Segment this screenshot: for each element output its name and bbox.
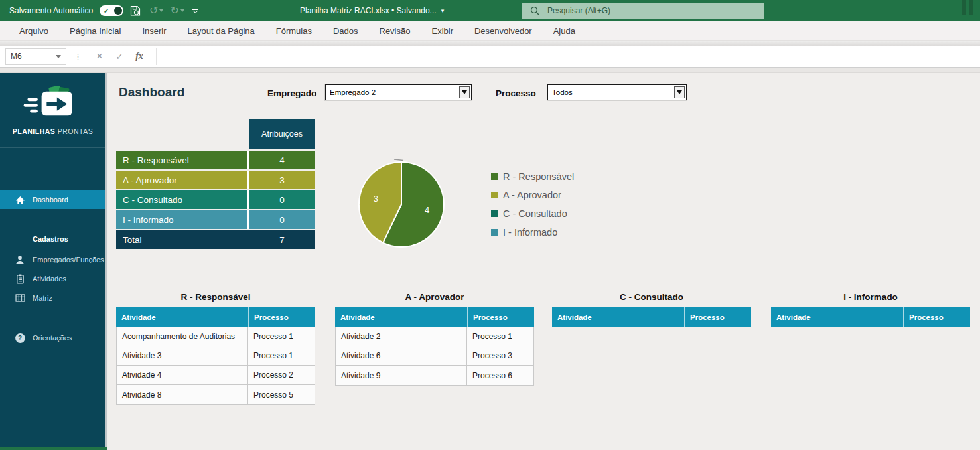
empregado-dropdown[interactable]: Empregado 2 [325,84,472,100]
legend-label: I - Informado [503,227,557,238]
empregado-label: Empregado [267,88,316,98]
tab-ajuda[interactable]: Ajuda [543,21,586,40]
table-row: Atividade 6Processo 3 [336,346,533,366]
legend-item: A - Aprovador [491,188,574,202]
tab-inserir[interactable]: Inserir [131,21,176,40]
legend-item: I - Informado [491,226,574,239]
summary-row-value: 3 [249,171,315,189]
customize-toolbar-button[interactable] [192,9,198,13]
dashboard-content: Dashboard Empregado Empregado 2 Processo… [108,73,980,450]
redo-button[interactable]: ↻ [170,3,184,19]
sidebar-item-label: Dashboard [33,196,68,204]
table-cell: Atividade 3 [117,346,248,365]
brand-name-bold: PLANILHAS [13,127,56,135]
processo-dropdown[interactable]: Todos [547,84,687,100]
question-icon: ? [15,333,25,343]
table-header-cell: Processo [249,313,315,321]
table-header-cell: Processo [468,313,534,321]
title-bar: Salvamento Automático ✓ ↺ ↻ [0,0,980,21]
table-cell: Processo 5 [248,390,314,400]
table-cell: Processo 1 [248,332,314,341]
summary-row-value: 4 [249,151,315,169]
tab-revisao[interactable]: Revisão [369,21,421,40]
search-box[interactable] [522,3,764,19]
table-grid-icon [15,294,25,302]
legend-swatch [491,210,498,217]
sidebar-item-orientacoes[interactable]: ? Orientações [0,329,105,347]
table-title-aprovador: A - Aprovador [335,292,534,302]
summary-total-value: 7 [249,230,315,249]
sidebar-item-label: Orientações [33,334,72,342]
processo-dropdown-value: Todos [552,88,674,96]
table-header-row: AtividadeProcesso [552,307,751,327]
name-box-caret-icon [56,55,61,58]
legend-label: R - Responsável [503,171,574,182]
dropdown-arrow-button[interactable] [459,86,470,98]
formula-input[interactable] [159,48,980,65]
search-icon [530,6,539,15]
summary-row-label: A - Aprovador [116,171,249,189]
tab-desenvolvedor[interactable]: Desenvolvedor [464,21,543,40]
table-informado: AtividadeProcesso [771,307,970,327]
cancel-entry-button[interactable]: × [90,50,109,62]
scrollbar[interactable] [962,0,966,15]
processo-label: Processo [496,88,536,98]
document-title-text: Planilha Matriz RACI.xlsx • Salvando... [300,6,437,15]
pie-data-label: 3 [374,194,378,204]
legend-swatch [491,192,498,198]
ribbon-collapsed-strip [0,41,980,46]
scrollbar[interactable] [969,0,973,15]
table-header-cell: Atividade [116,307,249,327]
dropdown-arrow-button[interactable] [674,86,685,98]
tab-layout-da-pagina[interactable]: Layout da Página [177,21,265,40]
sidebar-item-empregados-funcoes[interactable]: Empregados/Funções [0,250,105,269]
legend-item: R - Responsável [491,170,574,183]
tab-pagina-inicial[interactable]: Página Inicial [59,21,131,40]
summary-row-responsavel: R - Responsável 4 [116,151,315,169]
table-cell: Processo 1 [248,351,314,360]
table-header-cell: Atividade [771,307,904,327]
table-cell: Atividade 2 [336,327,467,346]
save-icon[interactable] [130,3,143,19]
undo-button[interactable]: ↺ [149,3,163,19]
tab-formulas[interactable]: Fórmulas [265,21,322,40]
table-cell: Processo 1 [467,332,533,341]
table-header-cell: Processo [685,313,751,321]
insert-function-button[interactable]: fx [129,51,149,62]
person-icon [15,255,25,265]
table-header-cell: Atividade [335,307,468,327]
ribbon-tab-bar: Arquivo Página Inicial Inserir Layout da… [0,21,980,41]
chevron-down-icon [677,90,682,94]
home-icon [15,196,25,204]
tab-dados[interactable]: Dados [322,21,369,40]
name-box[interactable]: M6 [5,48,66,65]
sidebar: PLANILHAS PRONTAS Dashboard Cadastros Em… [0,73,107,450]
table-cell: Acompanhamento de Auditorias [117,327,248,346]
table-cell: Atividade 6 [336,346,467,365]
confirm-entry-button[interactable]: ✓ [109,52,129,62]
table-cell: Processo 6 [467,371,533,380]
sidebar-item-atividades[interactable]: Atividades [0,269,105,288]
divider [156,48,157,65]
column-header-strip [0,68,980,73]
page-title: Dashboard [119,85,184,100]
summary-row-aprovador: A - Aprovador 3 [116,171,315,189]
table-header-cell: Processo [904,313,970,321]
legend-swatch [491,173,498,180]
document-title[interactable]: Planilha Matriz RACI.xlsx • Salvando... … [300,0,444,21]
sidebar-item-label: Empregados/Funções [33,256,104,263]
sidebar-item-dashboard[interactable]: Dashboard [0,190,105,209]
sidebar-item-matriz[interactable]: Matriz [0,289,105,307]
tab-arquivo[interactable]: Arquivo [9,21,59,40]
tab-exibir[interactable]: Exibir [421,21,464,40]
brand-name-light: PRONTAS [55,127,93,135]
legend-item: C - Consultado [491,207,574,220]
divider [117,112,972,112]
table-row: Acompanhamento de AuditoriasProcesso 1 [117,327,315,346]
search-input[interactable] [547,6,733,15]
sidebar-item-label: Atividades [33,275,66,283]
chart-legend: R - ResponsávelA - AprovadorC - Consulta… [491,170,574,244]
summary-row-label: R - Responsável [116,151,249,169]
sidebar-item-label: Matriz [33,294,52,302]
autosave-toggle[interactable]: ✓ [100,5,123,16]
